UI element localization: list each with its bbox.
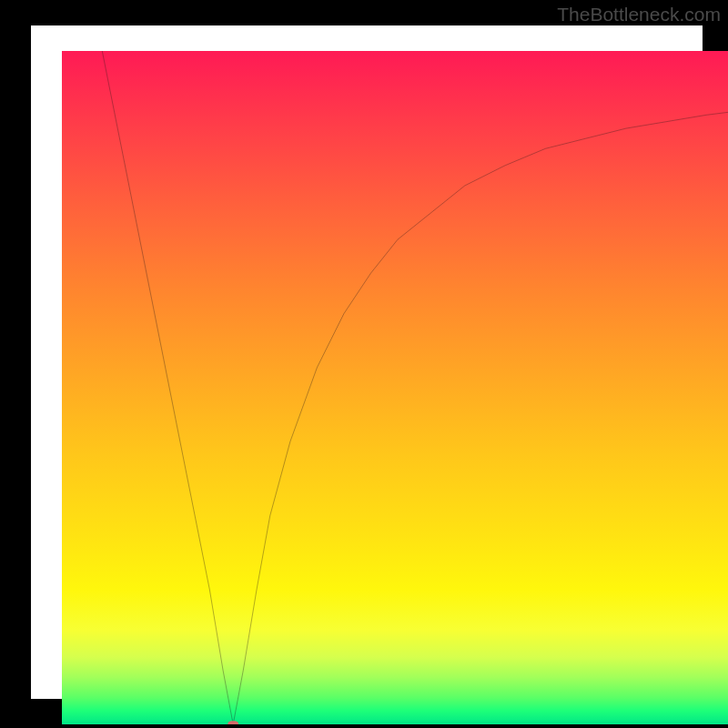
watermark-text: TheBottleneck.com bbox=[557, 4, 721, 25]
bottleneck-curve bbox=[102, 51, 728, 724]
plot-area bbox=[62, 51, 728, 724]
chart-border bbox=[0, 0, 728, 728]
curve-svg bbox=[62, 51, 728, 724]
chart-frame: TheBottleneck.com bbox=[0, 0, 728, 728]
minimum-marker bbox=[228, 721, 238, 724]
